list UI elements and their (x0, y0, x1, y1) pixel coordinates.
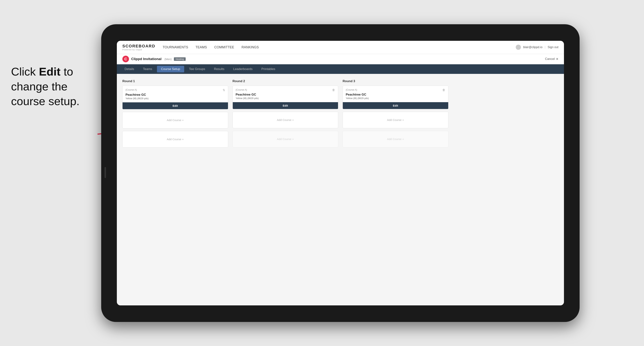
round-1-add-course-2[interactable]: Add Course + (122, 131, 228, 148)
round-2-course-card: (Course A) 🗑 Peachtree GC Yellow (M) (66… (232, 86, 338, 109)
round-3-course-card: (Course A) 🗑 Peachtree GC Yellow (M) (66… (342, 86, 448, 109)
round-3-course-name: Peachtree GC (346, 93, 445, 96)
tab-tee-groups[interactable]: Tee Groups (185, 66, 209, 72)
tournament-info: C Clippd Invitational (Men) Hosting (122, 56, 186, 62)
nav-rankings[interactable]: RANKINGS (242, 45, 259, 50)
instruction-bold: Edit (39, 65, 60, 78)
round-1-title: Round 1 (122, 79, 228, 83)
round-1-column: Round 1 (Course A) ⇅ Peachtree GC Yellow… (122, 79, 228, 150)
tab-leaderboards[interactable]: Leaderboards (229, 66, 257, 72)
round-3-add-course-2-label: Add Course + (387, 138, 404, 141)
tab-details[interactable]: Details (120, 66, 138, 72)
tournament-name: Clippd Invitational (131, 57, 162, 61)
round-4-column-empty (453, 79, 558, 150)
round-3-delete-button[interactable]: 🗑 (442, 88, 445, 92)
nav-tournaments[interactable]: TOURNAMENTS (163, 45, 188, 50)
tab-printables[interactable]: Printables (258, 66, 280, 72)
clippd-logo: C (122, 56, 129, 62)
tab-teams[interactable]: Teams (139, 66, 156, 72)
round-3-column: Round 3 (Course A) 🗑 Peachtree GC Yellow… (342, 79, 448, 150)
round-2-course-actions: 🗑 (332, 88, 335, 92)
nav-teams[interactable]: TEAMS (196, 45, 207, 50)
tab-results[interactable]: Results (210, 66, 228, 72)
tablet-screen: SCOREBOARD Powered by clippd TOURNAMENTS… (117, 41, 564, 305)
round-3-course-details: Yellow (M) (6629 yds) (346, 97, 445, 100)
tabs-bar: Details Teams Course Setup Tee Groups Re… (117, 64, 564, 74)
logo-sub: Powered by clippd (122, 48, 155, 51)
tournament-bar: C Clippd Invitational (Men) Hosting Canc… (117, 54, 564, 64)
nav-links: TOURNAMENTS TEAMS COMMITTEE RANKINGS (163, 45, 516, 50)
main-content: Round 1 (Course A) ⇅ Peachtree GC Yellow… (117, 74, 564, 305)
round-2-add-course-1-label: Add Course + (277, 118, 294, 122)
round-1-course-header: (Course A) ⇅ (126, 88, 225, 92)
round-2-delete-button[interactable]: 🗑 (332, 88, 335, 92)
cancel-button[interactable]: Cancel ✕ (545, 57, 558, 61)
round-3-add-course-1-label: Add Course + (387, 118, 404, 122)
round-1-add-course-2-label: Add Course + (167, 138, 184, 141)
round-2-course-header: (Course A) 🗑 (236, 88, 335, 92)
user-email: blair@clippd.io (523, 46, 542, 49)
round-2-add-course-1[interactable]: Add Course + (232, 112, 338, 128)
round-3-add-course-1[interactable]: Add Course + (342, 112, 448, 128)
round-1-course-card: (Course A) ⇅ Peachtree GC Yellow (M) (66… (122, 86, 228, 109)
instruction-text: Click Edit to change the course setup. (11, 64, 80, 109)
round-1-add-course-1[interactable]: Add Course + (122, 112, 228, 129)
round-1-expand-button[interactable]: ⇅ (223, 88, 225, 92)
tablet-side-button (104, 167, 106, 178)
round-3-title: Round 3 (342, 79, 448, 83)
round-1-add-course-1-label: Add Course + (167, 119, 184, 122)
logo-area: SCOREBOARD Powered by clippd (122, 44, 155, 51)
round-1-edit-button[interactable]: Edit (122, 102, 228, 109)
pipe-separator: | (545, 46, 546, 49)
round-2-course-name: Peachtree GC (236, 93, 335, 96)
round-1-course-name: Peachtree GC (126, 93, 225, 97)
round-2-add-course-2: Add Course + (232, 131, 338, 147)
round-2-edit-button[interactable]: Edit (233, 102, 338, 109)
rounds-grid: Round 1 (Course A) ⇅ Peachtree GC Yellow… (122, 79, 558, 150)
top-nav: SCOREBOARD Powered by clippd TOURNAMENTS… (117, 41, 564, 54)
round-1-course-label: (Course A) (126, 88, 137, 91)
nav-committee[interactable]: COMMITTEE (214, 45, 234, 50)
tab-course-setup[interactable]: Course Setup (157, 66, 184, 72)
round-2-add-course-2-label: Add Course + (277, 138, 294, 141)
round-1-course-details: Yellow (M) (6629 yds) (126, 97, 225, 100)
logo-title: SCOREBOARD (122, 44, 155, 48)
round-2-column: Round 2 (Course A) 🗑 Peachtree GC Yellow… (232, 79, 338, 150)
round-2-title: Round 2 (232, 79, 338, 83)
round-3-edit-button[interactable]: Edit (343, 102, 448, 109)
round-3-course-actions: 🗑 (442, 88, 445, 92)
round-2-course-label: (Course A) (236, 88, 247, 91)
tournament-type: (Men) (164, 57, 172, 61)
round-2-course-details: Yellow (M) (6629 yds) (236, 97, 335, 100)
round-3-course-header: (Course A) 🗑 (346, 88, 445, 92)
round-3-course-label: (Course A) (346, 88, 357, 91)
round-1-course-actions: ⇅ (223, 88, 225, 92)
round-3-add-course-2: Add Course + (342, 131, 448, 147)
nav-right: blair@clippd.io | Sign out (516, 45, 558, 50)
avatar (516, 45, 521, 50)
close-icon: ✕ (556, 57, 558, 61)
tablet-device: SCOREBOARD Powered by clippd TOURNAMENTS… (101, 24, 580, 322)
hosting-badge: Hosting (174, 57, 186, 61)
sign-out-link[interactable]: Sign out (548, 46, 558, 49)
